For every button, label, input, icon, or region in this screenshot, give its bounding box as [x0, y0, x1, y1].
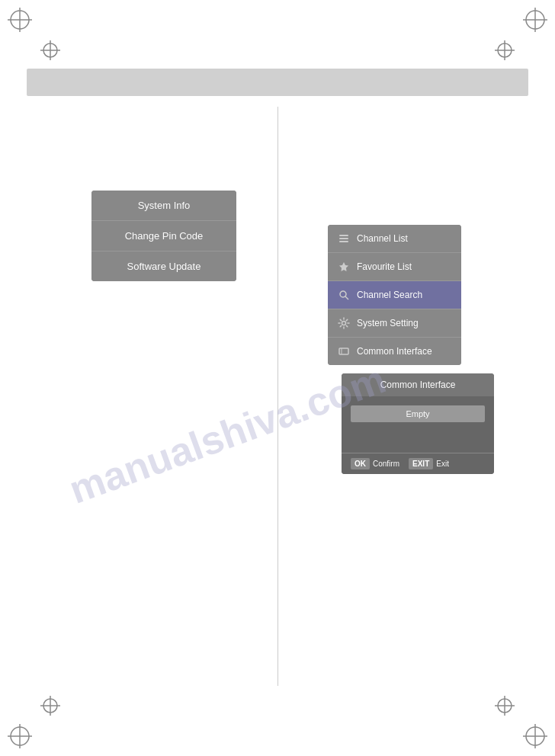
- menu-item-system-setting[interactable]: System Setting: [328, 309, 461, 338]
- svg-point-30: [342, 322, 346, 325]
- svg-rect-24: [339, 235, 348, 236]
- top-bar: [27, 69, 528, 96]
- inner-marker-bl: [40, 695, 61, 716]
- ci-confirm-btn[interactable]: OK Confirm: [351, 458, 399, 469]
- ci-confirm-label: Confirm: [373, 460, 399, 468]
- inner-marker-tl: [40, 40, 61, 61]
- ci-exit-btn[interactable]: EXIT Exit: [409, 458, 449, 469]
- vertical-divider: [278, 107, 278, 686]
- interface-icon: [337, 344, 351, 358]
- menu-item-system-info[interactable]: System Info: [91, 191, 236, 221]
- svg-rect-26: [339, 241, 348, 242]
- menu-item-change-pin-code[interactable]: Change Pin Code: [91, 221, 236, 251]
- inner-marker-br: [494, 695, 515, 716]
- ci-empty-bar: Empty: [351, 405, 485, 422]
- list-icon: [337, 232, 351, 245]
- menu-item-channel-list[interactable]: Channel List: [328, 225, 461, 253]
- svg-line-29: [345, 296, 348, 300]
- menu-item-channel-search[interactable]: Channel Search: [328, 281, 461, 309]
- inner-marker-tr: [494, 40, 515, 61]
- svg-rect-31: [339, 348, 348, 354]
- corner-marker-bl: [6, 722, 34, 750]
- ci-exit-label: Exit: [436, 460, 449, 468]
- ci-dialog-title: Common Interface: [342, 373, 494, 396]
- star-icon: [337, 260, 351, 274]
- svg-point-28: [340, 291, 346, 297]
- corner-marker-tr: [521, 6, 549, 34]
- corner-marker-br: [521, 722, 549, 750]
- svg-rect-25: [339, 238, 348, 239]
- ci-ok-key: OK: [351, 458, 370, 469]
- ci-dialog-content: Empty: [342, 396, 494, 453]
- left-menu: System Info Change Pin Code Software Upd…: [91, 191, 236, 281]
- svg-marker-27: [339, 262, 348, 271]
- search-icon: [337, 288, 351, 302]
- gear-icon: [337, 316, 351, 330]
- corner-marker-tl: [6, 6, 34, 34]
- ci-exit-key: EXIT: [409, 458, 433, 469]
- menu-item-common-interface[interactable]: Common Interface: [328, 338, 461, 365]
- menu-item-favourite-list[interactable]: Favourite List: [328, 253, 461, 281]
- right-menu: Channel List Favourite List Channel Sear…: [328, 225, 461, 365]
- ci-dialog-footer: OK Confirm EXIT Exit: [342, 453, 494, 474]
- common-interface-dialog: Common Interface Empty OK Confirm EXIT E…: [342, 373, 494, 474]
- menu-item-software-update[interactable]: Software Update: [91, 251, 236, 281]
